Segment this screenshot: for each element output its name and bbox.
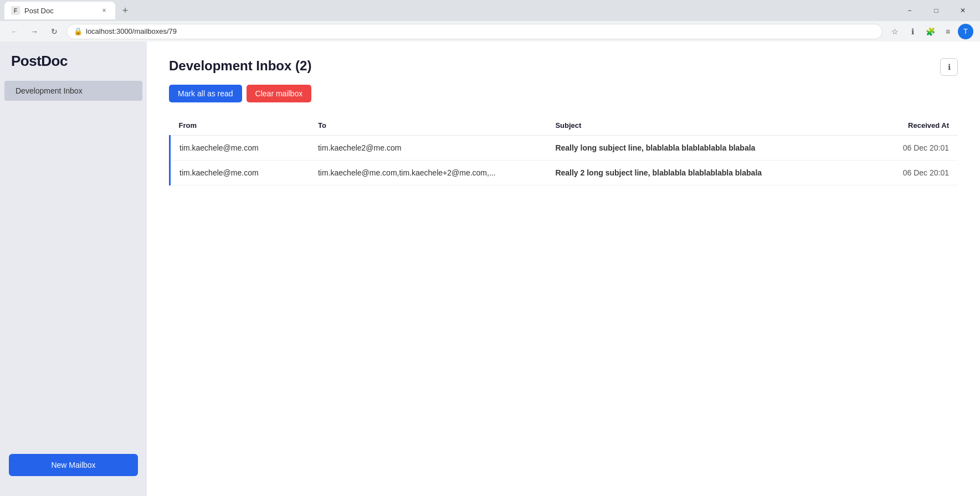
new-tab-button[interactable]: + [117, 3, 133, 18]
email-subject: Really 2 long subject line, blablabla bl… [546, 161, 866, 185]
profile-avatar[interactable]: T [958, 24, 973, 39]
email-subject: Really long subject line, blablabla blab… [546, 136, 866, 161]
browser-titlebar: F Post Doc × + − □ ✕ [0, 0, 980, 21]
url-display: localhost:3000/mailboxes/79 [86, 27, 875, 35]
app-title: PostDoc [0, 53, 147, 81]
forward-button[interactable]: → [27, 24, 42, 39]
refresh-button[interactable]: ↻ [47, 24, 62, 39]
extension-icon[interactable]: 🧩 [922, 24, 938, 39]
column-header-subject: Subject [546, 116, 866, 136]
sidebar: PostDoc Development Inbox New Mailbox [0, 42, 147, 496]
mark-all-read-button[interactable]: Mark all as read [169, 85, 242, 102]
sidebar-item-development-inbox[interactable]: Development Inbox [4, 81, 142, 101]
minimize-button[interactable]: − [897, 2, 922, 19]
lock-icon: 🔒 [74, 27, 83, 35]
app-container: PostDoc Development Inbox New Mailbox De… [0, 42, 980, 496]
email-from: tim.kaechele@me.com [170, 136, 309, 161]
new-mailbox-button[interactable]: New Mailbox [9, 454, 138, 476]
column-header-to: To [309, 116, 546, 136]
email-received-at: 06 Dec 20:01 [866, 136, 958, 161]
close-window-button[interactable]: ✕ [950, 2, 976, 19]
column-header-received-at: Received At [866, 116, 958, 136]
column-header-from: From [170, 116, 309, 136]
table-row[interactable]: tim.kaechele@me.comtim.kaechele@me.com,t… [170, 161, 958, 185]
table-row[interactable]: tim.kaechele@me.comtim.kaechele2@me.comR… [170, 136, 958, 161]
tab-close-button[interactable]: × [100, 6, 109, 15]
info-icon[interactable]: ℹ [905, 24, 920, 39]
clear-mailbox-button[interactable]: Clear mailbox [247, 85, 312, 102]
email-from: tim.kaechele@me.com [170, 161, 309, 185]
browser-chrome: F Post Doc × + − □ ✕ ← → ↻ 🔒 localhost:3… [0, 0, 980, 42]
tab-favicon: F [11, 6, 20, 15]
back-button[interactable]: ← [7, 24, 22, 39]
email-table: From To Subject Received At tim.kaechele… [169, 116, 958, 185]
star-icon[interactable]: ☆ [887, 24, 902, 39]
maximize-button[interactable]: □ [923, 2, 949, 19]
sidebar-footer: New Mailbox [0, 445, 147, 485]
email-to: tim.kaechele@me.com,tim.kaechele+2@me.co… [309, 161, 546, 185]
table-header-row: From To Subject Received At [170, 116, 958, 136]
browser-tab[interactable]: F Post Doc × [4, 2, 115, 19]
main-content: Development Inbox (2) ℹ Mark all as read… [147, 42, 980, 496]
inbox-title: Development Inbox (2) [169, 58, 940, 74]
browser-toolbar: ← → ↻ 🔒 localhost:3000/mailboxes/79 ☆ ℹ … [0, 21, 980, 42]
email-to: tim.kaechele2@me.com [309, 136, 546, 161]
tab-title: Post Doc [24, 7, 54, 15]
email-received-at: 06 Dec 20:01 [866, 161, 958, 185]
menu-icon[interactable]: ≡ [940, 24, 956, 39]
inbox-info-button[interactable]: ℹ [940, 58, 958, 76]
address-bar[interactable]: 🔒 localhost:3000/mailboxes/79 [66, 24, 882, 39]
window-controls: − □ ✕ [897, 2, 976, 19]
toolbar-icons: ☆ ℹ 🧩 ≡ T [887, 24, 973, 39]
sidebar-item-label: Development Inbox [16, 86, 83, 95]
action-buttons: Mark all as read Clear mailbox [169, 85, 958, 102]
inbox-header: Development Inbox (2) ℹ [169, 58, 958, 76]
